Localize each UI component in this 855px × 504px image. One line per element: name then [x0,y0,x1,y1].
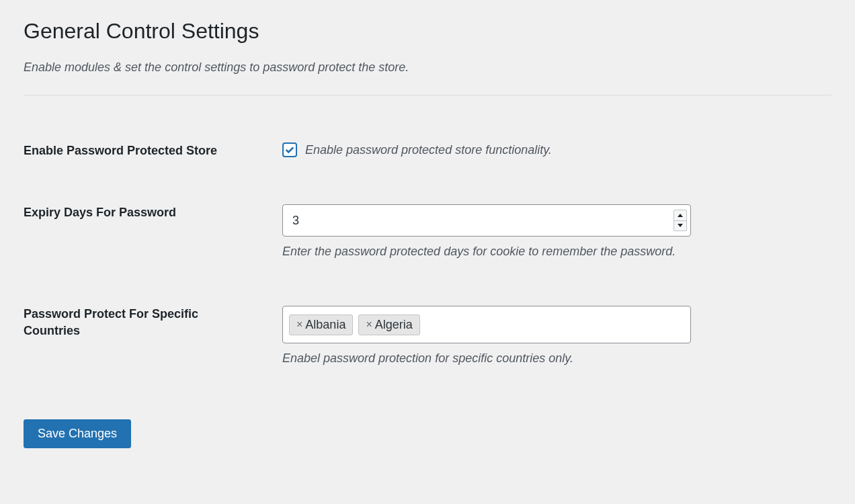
expiry-days-input[interactable] [282,204,691,237]
close-icon[interactable]: × [296,319,302,330]
enable-store-checkbox[interactable] [282,142,297,157]
enable-store-label: Enable Password Protected Store [24,129,259,191]
check-icon [285,145,294,155]
spinner-down-button[interactable] [674,221,686,231]
countries-tags-input[interactable]: × Albania × Algeria [282,306,691,343]
country-tag: × Albania [289,314,353,335]
expiry-days-input-wrapper [282,204,691,237]
country-tag-label: Albania [305,318,345,332]
country-tag: × Algeria [358,314,419,335]
svg-marker-1 [678,224,683,227]
save-changes-button[interactable]: Save Changes [24,419,131,448]
settings-form-table: Enable Password Protected Store Enable p… [24,129,831,399]
spinner-buttons [674,210,687,231]
row-countries: Password Protect For Specific Countries … [24,292,831,399]
close-icon[interactable]: × [366,319,372,330]
expiry-days-label: Expiry Days For Password [24,191,259,292]
spinner-up-button[interactable] [674,210,686,221]
page-description: Enable modules & set the control setting… [24,60,831,75]
chevron-down-icon [678,224,683,227]
row-expiry-days: Expiry Days For Password Enter the passw… [24,191,831,292]
enable-store-checkbox-wrapper: Enable password protected store function… [282,142,825,157]
svg-marker-0 [678,214,683,217]
row-enable-store: Enable Password Protected Store Enable p… [24,129,831,191]
expiry-days-description: Enter the password protected days for co… [282,245,825,259]
countries-description: Enabel password protection for specific … [282,351,825,366]
enable-store-checkbox-label: Enable password protected store function… [305,143,552,157]
page-title: General Control Settings [24,19,831,44]
countries-label: Password Protect For Specific Countries [24,292,259,399]
chevron-up-icon [678,214,683,217]
separator [24,95,831,95]
country-tag-label: Algeria [375,318,413,332]
